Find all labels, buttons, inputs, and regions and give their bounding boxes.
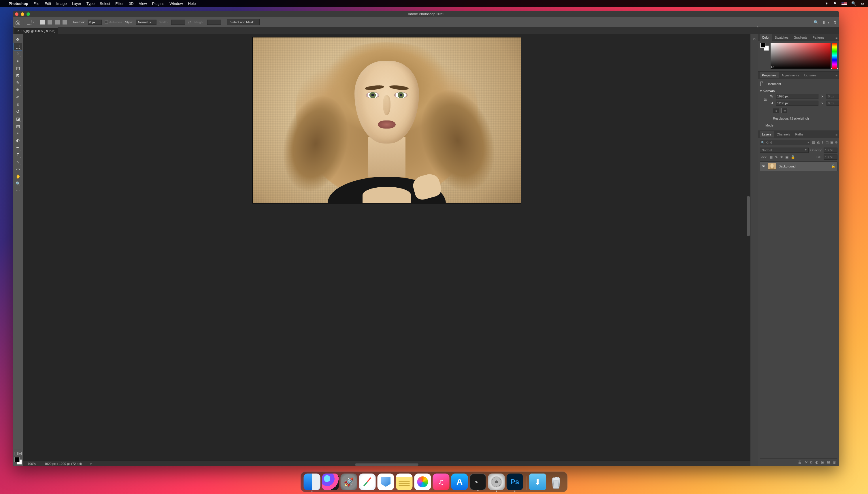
minimize-window-button[interactable] (21, 13, 24, 16)
filter-smart-icon[interactable]: ▣ (830, 140, 833, 145)
input-source-icon[interactable] (842, 2, 847, 5)
menu-window[interactable]: Window (170, 1, 183, 6)
menu-help[interactable]: Help (188, 1, 196, 6)
dock-notes[interactable] (396, 474, 413, 490)
filter-pixel-icon[interactable]: ▦ (812, 140, 815, 145)
canvas-height-input[interactable] (776, 100, 818, 106)
pen-tool[interactable]: ✒ (14, 144, 22, 151)
new-layer-icon[interactable]: ⊞ (827, 460, 830, 464)
foreground-background-swatch[interactable] (14, 457, 22, 464)
tray-icon[interactable]: ⚑ (833, 1, 837, 6)
menu-image[interactable]: Image (56, 1, 66, 6)
dock-finder[interactable] (304, 474, 321, 490)
vertical-scrollbar[interactable] (747, 196, 750, 236)
tab-patterns[interactable]: Patterns (810, 34, 827, 41)
blur-tool[interactable]: • (14, 129, 22, 137)
history-brush-tool[interactable]: ↺ (14, 108, 22, 115)
panel-menu-icon[interactable]: ≡ (835, 36, 837, 40)
cc-status-icon[interactable]: ✶ (825, 1, 829, 6)
tab-layers[interactable]: Layers (760, 131, 774, 137)
orientation-landscape-icon[interactable]: ▭ (782, 108, 788, 113)
layer-visibility-icon[interactable]: 👁 (761, 164, 766, 169)
tab-paths[interactable]: Paths (793, 131, 806, 137)
layer-fx-icon[interactable]: fx (805, 460, 807, 464)
brush-tool[interactable]: ✐ (14, 93, 22, 100)
style-select[interactable]: Normal ▾ (136, 20, 157, 25)
orientation-portrait-icon[interactable]: ▯ (773, 108, 779, 113)
spotlight-icon[interactable]: 🔍 (851, 1, 856, 6)
menu-select[interactable]: Select (100, 1, 110, 6)
feather-input[interactable] (88, 20, 102, 25)
menu-type[interactable]: Type (86, 1, 95, 6)
path-select-tool[interactable]: ↖ (14, 158, 22, 166)
healing-brush-tool[interactable]: ✚ (14, 86, 22, 93)
selection-new-icon[interactable] (40, 20, 45, 24)
zoom-tool[interactable]: 🔍 (14, 180, 22, 187)
panel-menu-icon[interactable]: ≡ (835, 74, 837, 78)
zoom-window-button[interactable] (26, 13, 30, 16)
menu-layer[interactable]: Layer (72, 1, 81, 6)
share-icon[interactable]: ⇪ (833, 20, 837, 24)
color-field[interactable] (771, 43, 831, 69)
dock-siri[interactable] (322, 474, 339, 490)
filter-adjust-icon[interactable]: ◐ (817, 140, 820, 145)
tab-adjustments[interactable]: Adjustments (779, 72, 802, 78)
gradient-tool[interactable]: ▤ (14, 122, 22, 129)
shape-tool[interactable]: ▭ (14, 166, 22, 173)
quick-select-tool[interactable]: ✦ (14, 57, 22, 64)
lock-artboard-icon[interactable]: ▣ (785, 155, 789, 159)
dock-safari[interactable] (359, 474, 376, 490)
layer-thumbnail[interactable] (768, 163, 776, 170)
hue-slider[interactable] (832, 43, 837, 69)
frame-tool[interactable]: ⊠ (14, 72, 22, 79)
canvas-width-input[interactable] (776, 94, 818, 99)
lasso-tool[interactable]: ⌇ (14, 50, 22, 57)
select-and-mask-button[interactable]: Select and Mask... (227, 19, 259, 25)
dock-downloads[interactable]: ⬇ (529, 474, 546, 490)
tab-color[interactable]: Color (760, 34, 772, 41)
hand-tool[interactable]: ✋ (14, 173, 22, 180)
document-tab[interactable]: × 15.jpg @ 100% (RGB/8) (14, 27, 58, 34)
quick-mask-toggle[interactable] (14, 452, 22, 455)
add-mask-icon[interactable]: ◘ (810, 460, 812, 464)
eyedropper-tool[interactable]: ✎ (14, 79, 22, 86)
link-dimensions-icon[interactable]: ⛓ (763, 98, 768, 101)
delete-layer-icon[interactable]: 🗑 (833, 460, 836, 464)
dock-mail[interactable] (378, 474, 394, 490)
tab-swatches[interactable]: Swatches (772, 34, 791, 41)
dock-appstore[interactable] (451, 474, 468, 490)
zoom-level[interactable]: 100% (28, 462, 36, 466)
close-tab-icon[interactable]: × (17, 29, 19, 33)
dock-settings[interactable] (488, 474, 505, 490)
color-fgbg-swatch[interactable] (760, 43, 769, 69)
layer-name[interactable]: Background (779, 165, 829, 168)
layer-row[interactable]: 👁 Background 🔒 (760, 162, 837, 171)
document-canvas[interactable] (253, 37, 521, 203)
dock-photos[interactable] (414, 474, 431, 490)
eraser-tool[interactable]: ◪ (14, 115, 22, 122)
selection-subtract-icon[interactable] (55, 20, 60, 24)
selection-add-icon[interactable] (47, 20, 52, 24)
horizontal-scrollbar[interactable] (355, 463, 419, 466)
menu-plugins[interactable]: Plugins (152, 1, 165, 6)
menu-3d[interactable]: 3D (129, 1, 134, 6)
tab-properties[interactable]: Properties (760, 72, 779, 78)
tab-channels[interactable]: Channels (774, 131, 792, 137)
lock-pixels-icon[interactable]: ✎ (775, 155, 778, 159)
type-tool[interactable]: T (14, 151, 22, 158)
close-window-button[interactable] (15, 13, 18, 16)
lock-transparency-icon[interactable]: ▦ (769, 155, 773, 159)
menu-view[interactable]: View (139, 1, 147, 6)
move-tool[interactable]: ✥ (14, 36, 22, 43)
filter-toggle[interactable] (835, 141, 837, 144)
menu-filter[interactable]: Filter (115, 1, 123, 6)
dock-photoshop[interactable] (507, 474, 523, 490)
menu-edit[interactable]: Edit (45, 1, 51, 6)
lock-all-icon[interactable]: 🔒 (791, 155, 795, 159)
new-group-icon[interactable]: ▣ (821, 460, 824, 464)
current-tool-icon[interactable]: ▾ (27, 20, 34, 24)
crop-tool[interactable]: ◰ (14, 64, 22, 72)
control-center-icon[interactable]: ☲ (861, 1, 865, 6)
app-menu[interactable]: Photoshop (8, 1, 28, 6)
dock-launchpad[interactable]: 🚀 (341, 474, 358, 490)
